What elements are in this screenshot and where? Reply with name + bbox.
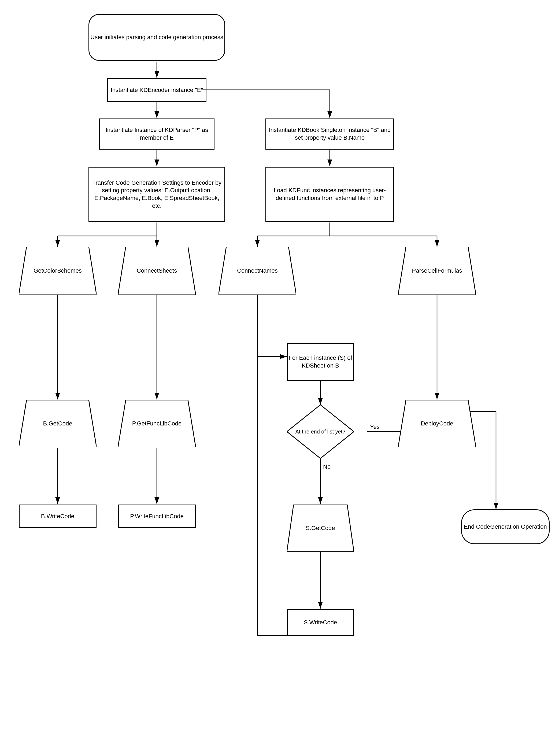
end-label: End CodeGeneration Operation [464, 523, 547, 531]
yes-label: Yes [370, 423, 380, 431]
instantiate-encoder-shape: Instantiate KDEncoder instance "E" [107, 78, 206, 102]
no-label: No [323, 463, 331, 470]
p-write-func-lib-code-shape: P.WriteFuncLibCode [118, 505, 196, 528]
instantiate-kdbook-label: Instantiate KDBook Singleton Instance "B… [266, 126, 393, 141]
flowchart-diagram: User initiates parsing and code generati… [0, 0, 559, 756]
b-write-code-label: B.WriteCode [41, 512, 74, 520]
s-write-code-shape: S.WriteCode [287, 609, 354, 636]
s-write-code-label: S.WriteCode [304, 619, 337, 626]
b-write-code-shape: B.WriteCode [19, 505, 96, 528]
arrows-svg [0, 0, 559, 756]
transfer-code-label: Transfer Code Generation Settings to Enc… [89, 179, 224, 210]
deploy-code-shape: DeployCode [398, 400, 476, 447]
p-get-func-lib-code-shape: P.GetFuncLibCode [118, 400, 196, 447]
start-shape: User initiates parsing and code generati… [88, 14, 225, 61]
s-get-code-label: S.GetCode [306, 525, 335, 532]
get-color-schemes-label: GetColorSchemes [33, 267, 82, 274]
start-label: User initiates parsing and code generati… [90, 33, 223, 41]
load-kdfunc-label: Load KDFunc instances representing user-… [266, 187, 393, 202]
connect-names-shape: ConnectNames [219, 247, 296, 295]
connect-sheets-shape: ConnectSheets [118, 247, 196, 295]
end-shape: End CodeGeneration Operation [461, 509, 550, 544]
p-write-func-lib-code-label: P.WriteFuncLibCode [130, 512, 184, 520]
deploy-code-label: DeployCode [421, 420, 453, 427]
b-get-code-shape: B.GetCode [19, 400, 96, 447]
p-get-func-lib-code-label: P.GetFuncLibCode [132, 420, 181, 427]
for-each-instance-label: For Each instance (S) of KDSheet on B [288, 354, 353, 369]
instantiate-parser-label: Instantiate Instance of KDParser "P" as … [100, 126, 214, 141]
at-end-of-list-label: At the end of list yet? [295, 429, 345, 435]
s-get-code-shape: S.GetCode [287, 505, 354, 552]
instantiate-kdbook-shape: Instantiate KDBook Singleton Instance "B… [265, 118, 394, 150]
load-kdfunc-shape: Load KDFunc instances representing user-… [265, 167, 394, 222]
parse-cell-formulas-shape: ParseCellFormulas [398, 247, 476, 295]
connect-sheets-label: ConnectSheets [137, 267, 177, 274]
connect-names-label: ConnectNames [237, 267, 278, 274]
instantiate-parser-shape: Instantiate Instance of KDParser "P" as … [99, 118, 215, 150]
transfer-code-shape: Transfer Code Generation Settings to Enc… [88, 167, 225, 222]
b-get-code-label: B.GetCode [43, 420, 72, 427]
parse-cell-formulas-label: ParseCellFormulas [412, 267, 462, 274]
for-each-instance-shape: For Each instance (S) of KDSheet on B [287, 343, 354, 381]
instantiate-encoder-label: Instantiate KDEncoder instance "E" [111, 86, 203, 94]
at-end-of-list-shape: At the end of list yet? [287, 405, 354, 458]
get-color-schemes-shape: GetColorSchemes [19, 247, 96, 295]
